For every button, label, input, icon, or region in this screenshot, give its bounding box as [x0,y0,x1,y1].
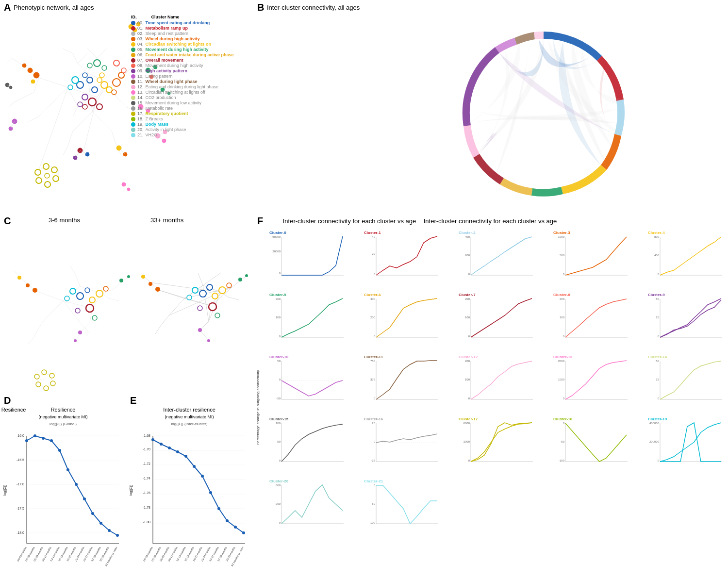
svg-text:Percentage change in outgoing : Percentage change in outgoing connectivi… [256,370,260,446]
panel-b-title: Inter-cluster connectivity, all ages [267,4,360,11]
legend-item-0: 00,Time spent eating and drinking [131,20,252,25]
legend-item-3: 03,Wheel during high activity [131,36,252,41]
svg-point-178 [74,339,77,342]
svg-point-216 [212,293,218,299]
svg-point-222 [192,287,198,293]
svg-point-89 [31,80,35,83]
top-row: A Phenotypic network, all ages [0,0,728,214]
legend-id-16: 16, [137,106,144,111]
svg-text:Cluster-11: Cluster-11 [364,355,383,359]
svg-text:Cluster-8: Cluster-8 [553,293,570,297]
svg-point-257 [91,512,94,515]
legend-dot-2 [131,32,135,36]
svg-text:D: D [4,395,11,406]
svg-point-298 [184,455,187,458]
svg-text:0: 0 [374,397,376,400]
svg-point-229 [238,278,242,281]
svg-text:100: 100 [560,316,565,319]
svg-point-185 [44,386,49,391]
legend-name-10: Eating pattern [146,74,173,79]
svg-text:(negative multivariate MI): (negative multivariate MI) [165,414,214,419]
svg-point-302 [217,507,220,510]
legend-name-12: Eating and drinking during light phase [146,84,219,89]
svg-line-155 [28,337,34,344]
svg-point-217 [219,287,226,294]
legend-dot-16 [131,106,135,111]
svg-point-301 [209,491,212,494]
legend: ID, Cluster Name 00,Time spent eating an… [131,15,252,138]
svg-text:(negative multivariate MI): (negative multivariate MI) [38,414,87,419]
svg-text:375: 375 [370,378,376,381]
svg-line-16 [39,107,49,116]
svg-point-66 [99,73,104,78]
svg-text:100: 100 [465,378,470,381]
legend-item-8: 08,Movement during high activity [131,63,252,68]
panels-de: D Resilience Resilience (negative multiv… [0,393,252,579]
svg-line-30 [112,131,116,146]
svg-text:0: 0 [374,335,376,338]
svg-line-56 [9,102,15,107]
svg-text:Cluster-20: Cluster-20 [269,479,289,483]
legend-item-1: 01,Metabolism ramp up [131,26,252,31]
svg-text:0: 0 [658,335,660,338]
legend-dot-3 [131,37,135,41]
svg-point-253 [58,449,61,452]
svg-point-70 [88,98,96,106]
legend-id-1: 01, [137,26,144,31]
panel-a-label: A [4,2,11,13]
svg-point-214 [199,290,206,297]
svg-text:0: 0 [563,422,565,425]
left-lower: C 3-6 months 33+ months [0,214,252,579]
svg-point-80 [72,77,79,83]
svg-line-35 [78,53,87,63]
svg-point-182 [42,370,47,375]
svg-line-211 [200,330,209,341]
legend-item-16: 16,Metabolic rate [131,106,252,111]
svg-point-77 [121,68,126,73]
legend-id-9: 09, [137,68,144,73]
svg-point-168 [103,286,108,291]
svg-point-223 [187,295,192,300]
svg-text:Inter-cluster connectivity for: Inter-cluster connectivity for each clus… [283,217,416,225]
svg-point-215 [207,284,213,290]
svg-point-255 [75,483,78,486]
svg-text:600: 600 [276,484,281,487]
svg-point-224 [155,287,160,292]
svg-point-68 [118,72,124,78]
legend-item-20: 20,Activity in light phase [131,127,252,132]
svg-line-154 [14,271,19,277]
legend-name-2: Sleep and rest pattern [146,31,189,36]
svg-point-170 [75,308,80,313]
panel-b: B Inter-cluster connectivity, all ages [252,0,728,214]
svg-text:Cluster-15: Cluster-15 [269,417,289,421]
svg-text:200000: 200000 [649,440,660,443]
svg-text:-17.5: -17.5 [17,507,24,510]
svg-text:-1.76: -1.76 [143,491,150,495]
svg-text:log(|Σ|) (Inter-cluster): log(|Σ|) (Inter-cluster) [171,422,208,426]
svg-point-225 [149,282,152,286]
svg-point-252 [50,439,53,442]
svg-text:800: 800 [654,235,660,238]
svg-text:0: 0 [279,459,281,462]
svg-text:0: 0 [563,273,565,276]
svg-point-175 [26,283,30,287]
svg-text:25: 25 [656,378,659,381]
svg-text:-1.80: -1.80 [143,520,150,524]
svg-text:0: 0 [468,335,470,338]
svg-text:200: 200 [276,298,281,300]
svg-line-31 [78,63,87,73]
legend-id-20: 20, [137,127,144,132]
svg-line-2 [68,87,78,107]
legend-item-17: 17,Respiratory quotient [131,111,252,116]
svg-line-41 [15,97,24,102]
svg-text:-1.72: -1.72 [143,462,150,465]
svg-text:Cluster-17: Cluster-17 [459,417,478,421]
svg-text:-50: -50 [560,440,564,443]
svg-text:Cluster-19: Cluster-19 [648,417,667,421]
legend-id-11: 11, [137,79,144,84]
legend-item-2: 02,Sleep and rest pattern [131,31,252,36]
legend-name-15: Movement during low activity [146,100,202,105]
svg-text:33+ months: 33+ months [150,216,184,224]
legend-name-0: Time spent eating and drinking [146,20,210,25]
svg-point-61 [83,73,87,78]
